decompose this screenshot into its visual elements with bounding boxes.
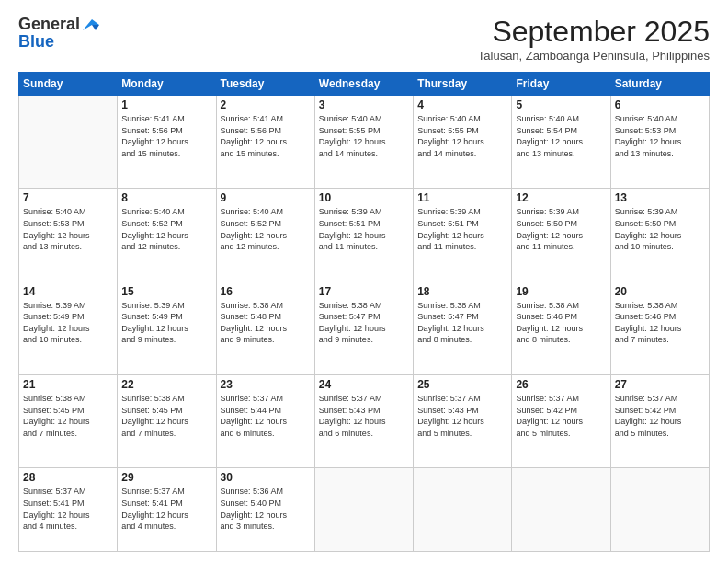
calendar-cell: 25Sunrise: 5:37 AM Sunset: 5:43 PM Dayli…	[414, 374, 512, 467]
calendar-header-row: SundayMondayTuesdayWednesdayThursdayFrid…	[19, 73, 710, 96]
day-info: Sunrise: 5:39 AM Sunset: 5:49 PM Dayligh…	[23, 300, 113, 346]
column-header-tuesday: Tuesday	[216, 73, 314, 96]
day-info: Sunrise: 5:37 AM Sunset: 5:41 PM Dayligh…	[121, 486, 211, 532]
day-number: 2	[221, 98, 311, 111]
week-row-1: 1Sunrise: 5:41 AM Sunset: 5:56 PM Daylig…	[19, 96, 710, 189]
calendar-cell: 7Sunrise: 5:40 AM Sunset: 5:53 PM Daylig…	[19, 189, 118, 282]
day-info: Sunrise: 5:40 AM Sunset: 5:52 PM Dayligh…	[121, 206, 211, 252]
svg-marker-1	[92, 25, 99, 30]
calendar-cell: 28Sunrise: 5:37 AM Sunset: 5:41 PM Dayli…	[19, 468, 118, 552]
day-number: 23	[221, 378, 311, 391]
calendar-cell: 4Sunrise: 5:40 AM Sunset: 5:55 PM Daylig…	[414, 96, 512, 189]
calendar-cell	[610, 468, 709, 552]
day-info: Sunrise: 5:37 AM Sunset: 5:42 PM Dayligh…	[615, 393, 705, 439]
day-number: 26	[516, 378, 606, 391]
day-info: Sunrise: 5:39 AM Sunset: 5:51 PM Dayligh…	[417, 206, 507, 252]
column-header-sunday: Sunday	[19, 73, 118, 96]
day-number: 22	[121, 378, 211, 391]
calendar-cell	[512, 468, 610, 552]
calendar-cell	[314, 468, 413, 552]
column-header-wednesday: Wednesday	[314, 73, 413, 96]
calendar-cell: 26Sunrise: 5:37 AM Sunset: 5:42 PM Dayli…	[512, 374, 610, 467]
calendar-cell: 2Sunrise: 5:41 AM Sunset: 5:56 PM Daylig…	[216, 96, 314, 189]
logo: General Blue	[18, 15, 99, 52]
week-row-3: 14Sunrise: 5:39 AM Sunset: 5:49 PM Dayli…	[19, 282, 710, 374]
day-number: 13	[615, 191, 705, 204]
day-info: Sunrise: 5:39 AM Sunset: 5:50 PM Dayligh…	[516, 206, 606, 252]
day-info: Sunrise: 5:38 AM Sunset: 5:46 PM Dayligh…	[615, 300, 705, 346]
day-number: 10	[319, 191, 409, 204]
logo-line1: General	[18, 15, 99, 34]
calendar-cell: 13Sunrise: 5:39 AM Sunset: 5:50 PM Dayli…	[610, 189, 709, 282]
month-title: September 2025	[478, 15, 710, 49]
day-info: Sunrise: 5:38 AM Sunset: 5:47 PM Dayligh…	[319, 300, 409, 346]
day-number: 21	[23, 378, 113, 391]
day-number: 8	[121, 191, 211, 204]
calendar-cell: 22Sunrise: 5:38 AM Sunset: 5:45 PM Dayli…	[118, 374, 216, 467]
calendar-cell: 30Sunrise: 5:36 AM Sunset: 5:40 PM Dayli…	[216, 468, 314, 552]
day-number: 11	[417, 191, 507, 204]
day-number: 18	[417, 285, 507, 298]
calendar-cell: 24Sunrise: 5:37 AM Sunset: 5:43 PM Dayli…	[314, 374, 413, 467]
header: General Blue September 2025 Talusan, Zam…	[18, 15, 710, 63]
week-row-4: 21Sunrise: 5:38 AM Sunset: 5:45 PM Dayli…	[19, 374, 710, 467]
day-number: 25	[417, 378, 507, 391]
day-info: Sunrise: 5:37 AM Sunset: 5:44 PM Dayligh…	[221, 393, 311, 439]
week-row-2: 7Sunrise: 5:40 AM Sunset: 5:53 PM Daylig…	[19, 189, 710, 282]
day-info: Sunrise: 5:37 AM Sunset: 5:43 PM Dayligh…	[319, 393, 409, 439]
day-info: Sunrise: 5:37 AM Sunset: 5:43 PM Dayligh…	[417, 393, 507, 439]
logo-general-text: General	[18, 15, 80, 34]
calendar-cell: 29Sunrise: 5:37 AM Sunset: 5:41 PM Dayli…	[118, 468, 216, 552]
day-info: Sunrise: 5:38 AM Sunset: 5:45 PM Dayligh…	[121, 393, 211, 439]
logo-blue-text: Blue	[18, 32, 99, 52]
calendar-cell: 9Sunrise: 5:40 AM Sunset: 5:52 PM Daylig…	[216, 189, 314, 282]
calendar-cell: 15Sunrise: 5:39 AM Sunset: 5:49 PM Dayli…	[118, 282, 216, 374]
day-info: Sunrise: 5:38 AM Sunset: 5:47 PM Dayligh…	[417, 300, 507, 346]
day-info: Sunrise: 5:39 AM Sunset: 5:50 PM Dayligh…	[615, 206, 705, 252]
day-info: Sunrise: 5:40 AM Sunset: 5:55 PM Dayligh…	[417, 113, 507, 159]
calendar-cell: 19Sunrise: 5:38 AM Sunset: 5:46 PM Dayli…	[512, 282, 610, 374]
day-number: 4	[417, 98, 507, 111]
calendar-cell: 6Sunrise: 5:40 AM Sunset: 5:53 PM Daylig…	[610, 96, 709, 189]
week-row-5: 28Sunrise: 5:37 AM Sunset: 5:41 PM Dayli…	[19, 468, 710, 552]
day-info: Sunrise: 5:40 AM Sunset: 5:53 PM Dayligh…	[615, 113, 705, 159]
day-info: Sunrise: 5:37 AM Sunset: 5:41 PM Dayligh…	[23, 486, 113, 532]
day-info: Sunrise: 5:40 AM Sunset: 5:55 PM Dayligh…	[319, 113, 409, 159]
day-number: 17	[319, 285, 409, 298]
column-header-thursday: Thursday	[414, 73, 512, 96]
day-number: 1	[121, 98, 211, 111]
logo-bird-icon	[83, 17, 99, 32]
day-number: 9	[221, 191, 311, 204]
day-number: 19	[516, 285, 606, 298]
day-number: 15	[121, 285, 211, 298]
calendar-cell: 23Sunrise: 5:37 AM Sunset: 5:44 PM Dayli…	[216, 374, 314, 467]
calendar-cell: 18Sunrise: 5:38 AM Sunset: 5:47 PM Dayli…	[414, 282, 512, 374]
page: General Blue September 2025 Talusan, Zam…	[0, 0, 728, 563]
day-info: Sunrise: 5:41 AM Sunset: 5:56 PM Dayligh…	[221, 113, 311, 159]
day-info: Sunrise: 5:39 AM Sunset: 5:51 PM Dayligh…	[319, 206, 409, 252]
calendar-cell: 16Sunrise: 5:38 AM Sunset: 5:48 PM Dayli…	[216, 282, 314, 374]
day-number: 7	[23, 191, 113, 204]
calendar-cell: 10Sunrise: 5:39 AM Sunset: 5:51 PM Dayli…	[314, 189, 413, 282]
day-number: 29	[121, 471, 211, 484]
day-number: 27	[615, 378, 705, 391]
calendar-cell	[19, 96, 118, 189]
day-number: 16	[221, 285, 311, 298]
calendar-cell: 1Sunrise: 5:41 AM Sunset: 5:56 PM Daylig…	[118, 96, 216, 189]
day-info: Sunrise: 5:40 AM Sunset: 5:52 PM Dayligh…	[221, 206, 311, 252]
calendar-cell: 8Sunrise: 5:40 AM Sunset: 5:52 PM Daylig…	[118, 189, 216, 282]
day-info: Sunrise: 5:40 AM Sunset: 5:53 PM Dayligh…	[23, 206, 113, 252]
column-header-monday: Monday	[118, 73, 216, 96]
day-number: 12	[516, 191, 606, 204]
calendar-cell: 14Sunrise: 5:39 AM Sunset: 5:49 PM Dayli…	[19, 282, 118, 374]
calendar-cell: 3Sunrise: 5:40 AM Sunset: 5:55 PM Daylig…	[314, 96, 413, 189]
day-number: 24	[319, 378, 409, 391]
day-info: Sunrise: 5:36 AM Sunset: 5:40 PM Dayligh…	[221, 486, 311, 532]
day-number: 14	[23, 285, 113, 298]
day-info: Sunrise: 5:38 AM Sunset: 5:46 PM Dayligh…	[516, 300, 606, 346]
calendar-cell: 27Sunrise: 5:37 AM Sunset: 5:42 PM Dayli…	[610, 374, 709, 467]
day-number: 5	[516, 98, 606, 111]
column-header-friday: Friday	[512, 73, 610, 96]
day-info: Sunrise: 5:38 AM Sunset: 5:45 PM Dayligh…	[23, 393, 113, 439]
day-info: Sunrise: 5:37 AM Sunset: 5:42 PM Dayligh…	[516, 393, 606, 439]
